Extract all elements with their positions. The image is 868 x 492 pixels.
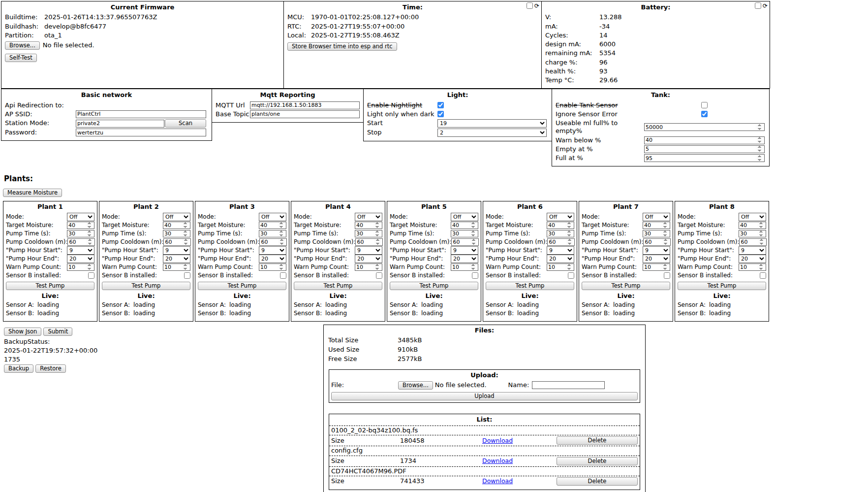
- only-when-dark-checkbox[interactable]: [437, 111, 444, 117]
- warn-pump-count-input[interactable]: [67, 263, 94, 271]
- full-at-input[interactable]: [644, 154, 765, 162]
- pump-hour-end-select[interactable]: 20: [739, 255, 766, 263]
- pump-hour-end-select[interactable]: 20: [643, 255, 670, 263]
- test-pump-button[interactable]: Test Pump: [486, 282, 574, 290]
- nightlight-checkbox[interactable]: [437, 102, 444, 108]
- upload-name-input[interactable]: [532, 381, 605, 389]
- pump-time-input[interactable]: [451, 230, 478, 237]
- pump-time-input[interactable]: [739, 230, 766, 237]
- empty-at-input[interactable]: [644, 145, 765, 153]
- download-link[interactable]: Download: [482, 437, 557, 445]
- measure-moisture-button[interactable]: Measure Moisture: [3, 189, 62, 197]
- sensor-b-installed-checkbox[interactable]: [472, 272, 478, 279]
- delete-button[interactable]: Delete: [557, 436, 638, 445]
- mode-select[interactable]: Off: [355, 213, 382, 221]
- pump-hour-end-select[interactable]: 20: [259, 255, 286, 263]
- battery-refresh-icon[interactable]: ⟳: [763, 3, 768, 9]
- pump-hour-end-select[interactable]: 20: [355, 255, 382, 263]
- pump-cooldown-input[interactable]: [259, 238, 287, 246]
- sensor-b-installed-checkbox[interactable]: [184, 272, 190, 279]
- pump-cooldown-input[interactable]: [643, 238, 671, 246]
- pump-hour-start-select[interactable]: 9: [355, 246, 382, 255]
- sensor-b-installed-checkbox[interactable]: [376, 272, 382, 279]
- mode-select[interactable]: Off: [451, 213, 478, 221]
- target-moisture-input[interactable]: [739, 222, 766, 229]
- mode-select[interactable]: Off: [547, 213, 574, 221]
- time-refresh-icon[interactable]: ⟳: [534, 3, 539, 9]
- warn-pump-count-input[interactable]: [547, 263, 574, 271]
- tank-enable-checkbox[interactable]: [644, 102, 765, 108]
- warn-pump-count-input[interactable]: [451, 263, 478, 271]
- pump-time-input[interactable]: [547, 230, 574, 237]
- target-moisture-input[interactable]: [451, 222, 478, 229]
- download-link[interactable]: Download: [482, 457, 557, 465]
- backup-button[interactable]: Backup: [4, 364, 33, 373]
- pump-time-input[interactable]: [355, 230, 382, 237]
- show-json-button[interactable]: Show Json: [4, 328, 41, 336]
- pump-hour-start-select[interactable]: 9: [259, 246, 286, 255]
- pump-cooldown-input[interactable]: [547, 238, 575, 246]
- store-time-button[interactable]: Store Browser time into esp and rtc: [287, 42, 397, 51]
- pump-hour-start-select[interactable]: 9: [451, 246, 478, 255]
- test-pump-button[interactable]: Test Pump: [294, 282, 382, 290]
- mode-select[interactable]: Off: [163, 213, 190, 221]
- sensor-b-installed-checkbox[interactable]: [88, 272, 94, 279]
- test-pump-button[interactable]: Test Pump: [6, 282, 94, 290]
- warn-below-input[interactable]: [644, 136, 765, 144]
- test-pump-button[interactable]: Test Pump: [582, 282, 670, 290]
- pump-time-input[interactable]: [259, 230, 286, 237]
- mode-select[interactable]: Off: [643, 213, 670, 221]
- warn-pump-count-input[interactable]: [643, 263, 670, 271]
- time-auto-update-checkbox[interactable]: [527, 2, 533, 9]
- pump-hour-end-select[interactable]: 20: [547, 255, 574, 263]
- light-stop-select[interactable]: 2: [437, 129, 547, 137]
- pump-time-input[interactable]: [163, 230, 190, 237]
- pump-time-input[interactable]: [643, 230, 670, 237]
- pump-hour-end-select[interactable]: 20: [451, 255, 478, 263]
- firmware-browse-button[interactable]: Browse...: [5, 41, 40, 50]
- target-moisture-input[interactable]: [259, 222, 286, 229]
- sensor-b-installed-checkbox[interactable]: [568, 272, 574, 279]
- pump-hour-end-select[interactable]: 20: [67, 255, 94, 263]
- mode-select[interactable]: Off: [259, 213, 286, 221]
- base-topic-input[interactable]: [250, 110, 360, 118]
- warn-pump-count-input[interactable]: [163, 263, 190, 271]
- pump-hour-end-select[interactable]: 20: [163, 255, 190, 263]
- useable-ml-input[interactable]: [644, 123, 765, 131]
- pump-cooldown-input[interactable]: [739, 238, 767, 246]
- download-link[interactable]: Download: [482, 477, 557, 485]
- station-ssid-input[interactable]: [76, 120, 164, 128]
- submit-button[interactable]: Submit: [43, 328, 72, 336]
- target-moisture-input[interactable]: [67, 222, 94, 229]
- ap-ssid-input[interactable]: [76, 110, 206, 118]
- self-test-button[interactable]: Self-Test: [5, 54, 37, 62]
- pump-cooldown-input[interactable]: [355, 238, 383, 246]
- pump-hour-start-select[interactable]: 9: [163, 246, 190, 255]
- mode-select[interactable]: Off: [67, 213, 94, 221]
- upload-browse-button[interactable]: Browse...: [398, 381, 433, 390]
- warn-pump-count-input[interactable]: [355, 263, 382, 271]
- battery-auto-update-checkbox[interactable]: [755, 2, 761, 9]
- target-moisture-input[interactable]: [355, 222, 382, 229]
- mqtt-url-input[interactable]: [250, 101, 360, 109]
- target-moisture-input[interactable]: [163, 222, 190, 229]
- restore-button[interactable]: Restore: [35, 364, 66, 373]
- warn-pump-count-input[interactable]: [259, 263, 286, 271]
- warn-pump-count-input[interactable]: [739, 263, 766, 271]
- ignore-sensor-error-checkbox[interactable]: [644, 111, 765, 117]
- pump-hour-start-select[interactable]: 9: [739, 246, 766, 255]
- sensor-b-installed-checkbox[interactable]: [760, 272, 766, 279]
- test-pump-button[interactable]: Test Pump: [102, 282, 190, 290]
- scan-button[interactable]: Scan: [165, 119, 206, 128]
- pump-cooldown-input[interactable]: [451, 238, 479, 246]
- test-pump-button[interactable]: Test Pump: [198, 282, 286, 290]
- test-pump-button[interactable]: Test Pump: [390, 282, 478, 290]
- light-start-select[interactable]: 19: [437, 119, 547, 128]
- upload-button[interactable]: Upload: [331, 392, 638, 400]
- delete-button[interactable]: Delete: [557, 457, 638, 465]
- pump-hour-start-select[interactable]: 9: [547, 246, 574, 255]
- mode-select[interactable]: Off: [739, 213, 766, 221]
- test-pump-button[interactable]: Test Pump: [678, 282, 766, 290]
- sensor-b-installed-checkbox[interactable]: [664, 272, 670, 279]
- pump-cooldown-input[interactable]: [67, 238, 95, 246]
